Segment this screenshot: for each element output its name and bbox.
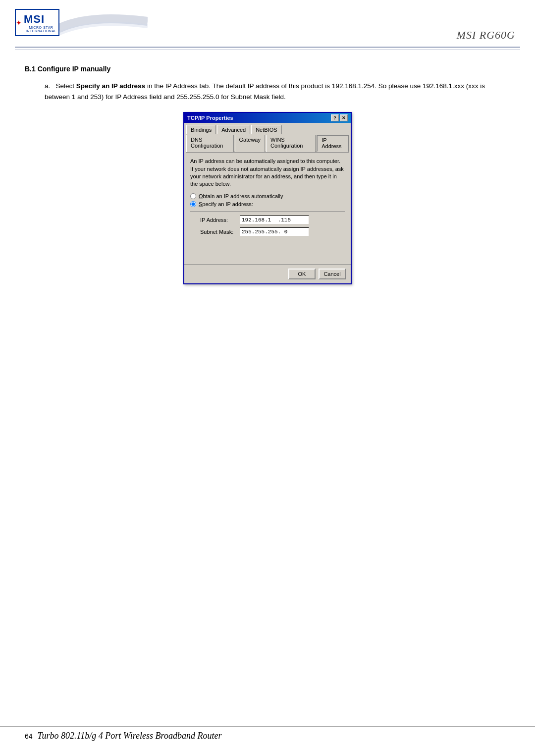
tcp-ip-dialog: TCP/IP Properties ? ✕ Bindings Advanced … <box>183 112 352 284</box>
dialog-description: An IP address can be automatically assig… <box>190 158 345 188</box>
footer-product-name: Turbo 802.11b/g 4 Port Wireless Broadban… <box>38 731 222 741</box>
dialog-wrapper: TCP/IP Properties ? ✕ Bindings Advanced … <box>25 112 510 284</box>
tab-netbios[interactable]: NetBIOS <box>251 125 281 134</box>
subnet-mask-input[interactable] <box>240 227 309 236</box>
dialog-spacer <box>190 239 345 259</box>
cancel-button[interactable]: Cancel <box>319 269 346 279</box>
logo-area: ✦ MSI MICRO-STAR INTERNATIONAL <box>15 9 148 36</box>
subnet-mask-label: Subnet Mask: <box>200 229 240 235</box>
logo-text: MSI <box>24 13 45 25</box>
dialog-title: TCP/IP Properties <box>187 115 233 121</box>
logo-box: ✦ MSI MICRO-STAR INTERNATIONAL <box>15 9 59 36</box>
tab-advanced[interactable]: Advanced <box>217 125 250 134</box>
subnet-mask-row: Subnet Mask: <box>190 227 345 236</box>
tab-dns[interactable]: DNS Configuration <box>186 135 234 152</box>
ok-button[interactable]: OK <box>288 269 316 279</box>
header: ✦ MSI MICRO-STAR INTERNATIONAL MSI RG60G <box>0 0 535 42</box>
dialog-body: An IP address can be automatically assig… <box>184 153 351 264</box>
section-title: B.1 Configure IP manually <box>25 65 510 73</box>
logo-subtitle: MICRO-STAR INTERNATIONAL <box>24 26 58 33</box>
dialog-titlebar: TCP/IP Properties ? ✕ <box>184 113 351 123</box>
header-divider <box>15 47 520 48</box>
footer-page-number: 64 <box>25 732 33 740</box>
main-content: B.1 Configure IP manually a. Select Spec… <box>0 50 535 309</box>
instruction-text: a. Select Specify an IP address in the I… <box>45 81 510 102</box>
radio-specify-item: Specify an IP address: <box>190 201 345 207</box>
ip-address-label: IP Address: <box>200 217 240 223</box>
help-button[interactable]: ? <box>331 114 339 121</box>
logo-star-icon: ✦ <box>16 19 22 27</box>
page-footer: 64 Turbo 802.11b/g 4 Port Wireless Broad… <box>0 726 535 741</box>
ip-address-row: IP Address: <box>190 216 345 224</box>
radio-group: Obtain an IP address automatically Speci… <box>190 193 345 207</box>
radio-specify-input[interactable] <box>190 201 196 207</box>
radio-specify-label[interactable]: Specify an IP address: <box>199 201 253 207</box>
instruction-bold: Specify an IP address <box>76 82 145 90</box>
dialog-title-controls: ? ✕ <box>331 114 348 121</box>
instruction-prefix: a. <box>45 82 50 90</box>
tab-gateway[interactable]: Gateway <box>235 135 265 152</box>
dialog-footer: OK Cancel <box>184 264 351 283</box>
tab-ipaddress[interactable]: IP Address <box>317 135 349 152</box>
header-right: MSI RG60G <box>457 9 520 42</box>
tab-row-1: Bindings Advanced NetBIOS <box>186 125 349 134</box>
tab-wins[interactable]: WINS Configuration <box>266 135 316 152</box>
tab-bindings[interactable]: Bindings <box>186 125 216 134</box>
close-button[interactable]: ✕ <box>340 114 348 121</box>
radio-auto-input[interactable] <box>190 193 196 199</box>
radio-auto-item: Obtain an IP address automatically <box>190 193 345 199</box>
logo-swoosh-icon <box>58 9 148 36</box>
radio-auto-label[interactable]: Obtain an IP address automatically <box>199 193 283 199</box>
ip-fields-separator <box>190 211 345 212</box>
product-title: MSI RG60G <box>457 29 515 41</box>
tab-row-2: DNS Configuration Gateway WINS Configura… <box>186 135 349 153</box>
instruction-intro: Select <box>56 82 76 90</box>
ip-address-input[interactable] <box>240 216 309 224</box>
